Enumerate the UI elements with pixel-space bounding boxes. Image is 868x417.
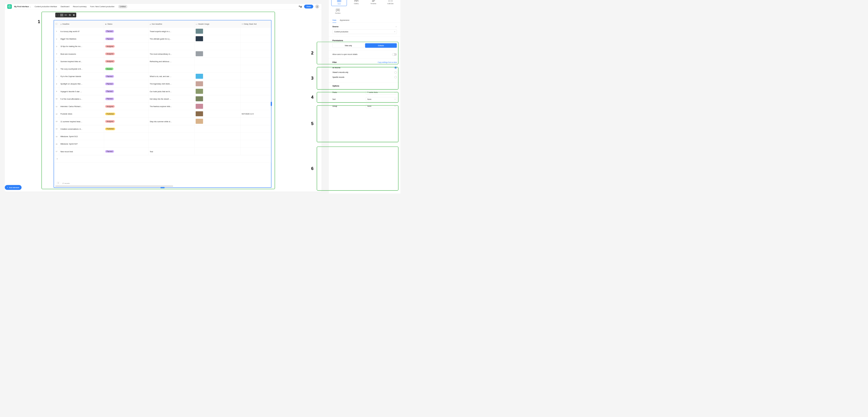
table-row[interactable]: 11Interview: Carlos Richard…AssignedThe … — [54, 103, 271, 110]
column-headline[interactable]: AHeadline — [59, 21, 104, 28]
share-button[interactable]: Share — [304, 5, 313, 8]
table-row[interactable]: 2Diggin' the MaldivesPlannedThe ultimate… — [54, 35, 271, 43]
svg-rect-17 — [373, 0, 375, 1]
top-bar: My First Interface ⌄ Content production … — [5, 4, 322, 9]
tab-content-production[interactable]: Content production interface — [35, 6, 57, 8]
table-row[interactable]: 105 of the most affordable s…PlannedGet … — [54, 95, 271, 103]
svg-rect-23 — [336, 9, 337, 11]
svg-rect-2 — [61, 14, 63, 16]
tab-untitled[interactable]: Untitled — [118, 5, 128, 8]
section-source: Source⌄ Content production▾ — [329, 23, 400, 37]
table-row[interactable]: 1311 summer inspired beac…AssignedStep i… — [54, 118, 271, 125]
table-row[interactable]: 8Spotlight on Jacques Mar…PlannedThe leg… — [54, 80, 271, 88]
resize-handle-right[interactable] — [271, 102, 272, 106]
svg-rect-24 — [337, 9, 338, 10]
callout-2: 2 — [317, 41, 398, 64]
svg-rect-13 — [357, 0, 358, 0]
table-row[interactable]: 12Poolside viewsPublished9/27/2020 11:5 — [54, 110, 271, 118]
element-toolbar: ⋮⋮ — [55, 12, 76, 18]
duplicate-icon[interactable] — [68, 13, 71, 17]
app-logo[interactable] — [7, 4, 12, 9]
chevron-down-icon[interactable]: ⌄ — [30, 5, 31, 8]
interface-name[interactable]: My First Interface — [14, 6, 29, 8]
table-row[interactable]: 9Voyager's favorite 5-star …PlannedOur h… — [54, 88, 271, 95]
width-full-icon[interactable] — [60, 13, 63, 17]
add-element-button[interactable]: + Add element — [5, 185, 22, 190]
layout-calendar[interactable]: Calendar — [383, 0, 398, 6]
table-row[interactable]: 310 tips for making the mo…Assigned — [54, 43, 271, 50]
svg-rect-14 — [354, 1, 356, 2]
svg-rect-5 — [69, 14, 70, 15]
callout-3: 3 — [317, 67, 398, 90]
record-count: 17 records — [62, 182, 70, 184]
svg-rect-18 — [372, 1, 374, 2]
svg-rect-0 — [8, 6, 10, 8]
delete-icon[interactable] — [72, 13, 75, 17]
notif-badge: 8 — [300, 6, 302, 7]
callout-6: 6 — [317, 147, 398, 191]
callout-4: 4 — [317, 92, 398, 103]
add-row[interactable]: + — [54, 155, 271, 163]
tab-form[interactable]: Form: New Content production — [90, 6, 115, 8]
svg-rect-12 — [354, 0, 356, 0]
callout-5: 5 — [317, 105, 398, 142]
table-row[interactable]: 14Creative conversations: A…Published — [54, 125, 271, 132]
table-row[interactable]: 17New record testPlannedTest — [54, 148, 271, 155]
svg-rect-25 — [339, 9, 340, 11]
layout-kanban[interactable]: Kanban — [331, 7, 344, 15]
grid-element[interactable]: AHeadline ◉Status ASub-headline ▭Header … — [54, 20, 272, 188]
drag-handle-icon[interactable]: ⋮⋮ — [56, 13, 59, 17]
panel-tab-data[interactable]: Data — [333, 18, 336, 23]
resize-handle-bottom[interactable] — [160, 187, 165, 188]
chevron-down-icon[interactable]: ⌄ — [396, 26, 397, 27]
svg-rect-6 — [70, 14, 71, 16]
width-half-icon[interactable] — [64, 13, 67, 17]
add-record-button[interactable]: + — [56, 182, 60, 185]
notifications-button[interactable]: 8 — [299, 5, 302, 8]
tab-dashboard[interactable]: Dashboard — [61, 6, 69, 8]
svg-rect-19 — [389, 0, 392, 2]
table-row[interactable]: 5Summer-inspired bites wi…AssignedRefres… — [54, 58, 271, 65]
layout-gallery[interactable]: Gallery — [349, 0, 364, 6]
table-row[interactable]: 7Fly to the Cayman IslandsPlannedWhat to… — [54, 73, 271, 80]
layout-grid[interactable]: Grid — [331, 0, 347, 6]
table-row[interactable]: 15Milestone: Sprint 5/13 — [54, 133, 271, 140]
panel-tab-appearance[interactable]: Appearance — [340, 18, 349, 23]
column-delay[interactable]: ☑Delay Slack Not — [240, 21, 271, 28]
data-grid: AHeadline ◉Status ASub-headline ▭Header … — [54, 20, 271, 163]
column-sub-headline[interactable]: ASub-headline — [149, 21, 194, 28]
horizontal-scrollbar[interactable] — [55, 185, 173, 187]
svg-rect-15 — [357, 1, 358, 2]
table-row[interactable]: 4Must-see museumsAssignedThe most extrao… — [54, 50, 271, 58]
source-title: Source — [333, 25, 339, 28]
table-row[interactable]: 1Is a luxury stay worth it?PlannedTravel… — [54, 28, 271, 35]
select-all-checkbox[interactable] — [54, 21, 59, 28]
user-avatar[interactable] — [315, 5, 319, 9]
source-select[interactable]: Content production▾ — [333, 30, 397, 34]
column-header-image[interactable]: ▭Header image — [194, 21, 240, 28]
permissions-title: Permissions — [333, 39, 343, 41]
table-row[interactable]: 16Milestone: Sprint 5/27 — [54, 140, 271, 148]
plus-icon: + — [7, 186, 8, 189]
tab-record-summary[interactable]: Record summary — [73, 6, 87, 8]
svg-point-1 — [317, 6, 318, 6]
layout-timeline[interactable]: Timeline — [366, 0, 381, 6]
column-status[interactable]: ◉Status — [104, 21, 149, 28]
table-row[interactable]: 6The cozy countryside is B…Review — [54, 65, 271, 73]
